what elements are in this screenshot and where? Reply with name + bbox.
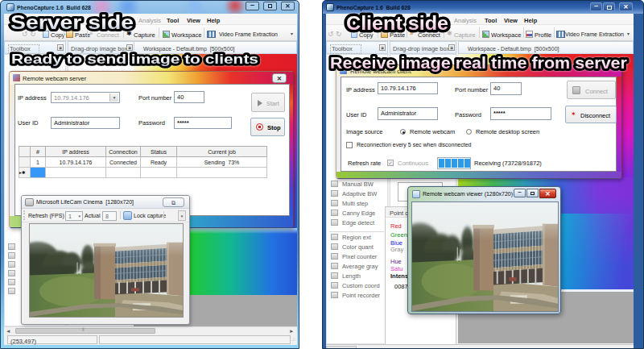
svg-text:Client side: Client side bbox=[346, 12, 448, 34]
svg-text:Ready to send image to clients: Ready to send image to clients bbox=[11, 52, 258, 67]
svg-text:Server side: Server side bbox=[10, 12, 134, 33]
svg-text:Receive image real time from s: Receive image real time from server bbox=[330, 53, 627, 72]
